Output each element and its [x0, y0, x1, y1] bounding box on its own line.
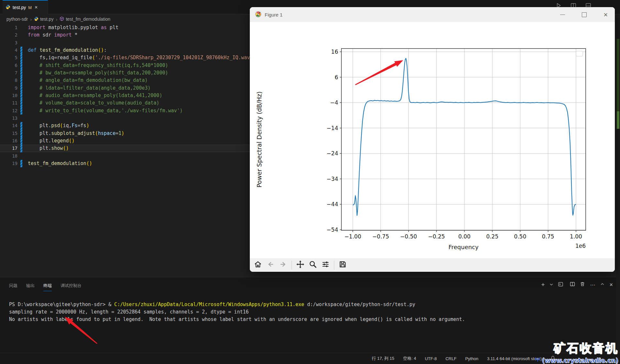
- y-tick-label: −4: [330, 99, 338, 106]
- terminal-instance[interactable]: [558, 282, 565, 288]
- trash-icon[interactable]: [580, 281, 585, 288]
- line-number: 3: [0, 39, 17, 47]
- git-modified-gutter: [20, 160, 22, 167]
- x-tick-label: −0.75: [372, 233, 389, 240]
- panel-tab-输出[interactable]: 输出: [26, 283, 35, 291]
- minimize-icon[interactable]: [560, 15, 565, 15]
- code-text: # shift_data=frequency_shift(iq,fs,540*1…: [28, 62, 168, 69]
- y-tick-label: −14: [327, 125, 338, 131]
- status-item[interactable]: 空格: 4: [403, 356, 416, 361]
- chevron-up-icon[interactable]: [600, 282, 604, 288]
- line-number: 11: [0, 99, 17, 107]
- panel-tab-调试控制台[interactable]: 调试控制台: [61, 283, 82, 291]
- empty-legend-box: [576, 51, 583, 56]
- y-tick-label: 16: [331, 49, 338, 55]
- breadcrumb[interactable]: python-sdr›test.py›test_fm_demodulation: [0, 14, 110, 24]
- y-tick-label: 6: [335, 74, 338, 81]
- psd-plot: −1.00−0.75−0.50−0.250.000.250.500.751.00…: [250, 22, 615, 258]
- chevron-down-icon[interactable]: [549, 282, 553, 288]
- y-axis-label: Power Spectral Density (dB/Hz): [256, 92, 263, 188]
- python-icon: [34, 17, 39, 22]
- code-text: plt.show(): [28, 145, 69, 152]
- line-number: 1: [0, 24, 17, 31]
- panel-tab-问题[interactable]: 问题: [9, 283, 17, 291]
- breadcrumb-item[interactable]: test_fm_demodulation: [60, 17, 110, 22]
- git-modified-gutter: [20, 130, 22, 137]
- status-bar: 行 17, 列 15空格: 4UTF-8CRLFPython3.11.4 64-…: [0, 353, 620, 364]
- line-number: 18: [0, 152, 17, 160]
- git-modified-gutter: [20, 107, 22, 115]
- line-number: 13: [0, 115, 17, 122]
- code-text: # ldata=lfilter_data(angle_data,200e3): [28, 84, 150, 92]
- save-icon[interactable]: [338, 260, 347, 270]
- split-terminal-icon[interactable]: [570, 281, 575, 288]
- git-modified-gutter: [20, 137, 22, 145]
- code-text: fs,iq=read_iq_file('./iq-files/SDRSharp_…: [28, 54, 256, 61]
- more-actions-icon[interactable]: ⋯: [590, 282, 595, 288]
- panel-tab-终端[interactable]: 终端: [43, 283, 52, 291]
- terminal-line: PS D:\workspace\gitee\python-sdr> & C:/U…: [9, 301, 465, 308]
- line-number: 16: [0, 137, 17, 145]
- gutter: [20, 24, 22, 31]
- git-modified-gutter: [20, 145, 22, 152]
- gutter: [20, 115, 22, 122]
- line-number: 14: [0, 122, 17, 129]
- git-modified-gutter: [20, 47, 22, 54]
- status-item[interactable]: Python: [465, 356, 478, 361]
- close-icon[interactable]: ×: [603, 13, 608, 17]
- x-tick-label: −0.50: [400, 233, 417, 240]
- close-panel-icon[interactable]: ×: [609, 281, 613, 288]
- home-icon[interactable]: [254, 260, 262, 270]
- code-text: # volume_data=scale_to_volume(audio_data…: [28, 99, 159, 107]
- x-tick-label: −0.25: [428, 233, 445, 240]
- maximize-icon[interactable]: [582, 12, 587, 17]
- breadcrumb-item[interactable]: test.py: [34, 17, 53, 22]
- status-item[interactable]: 3.11.4 64-bit (microsoft store): [487, 356, 542, 361]
- terminal-icon: [558, 282, 563, 288]
- status-item[interactable]: UTF-8: [425, 356, 437, 361]
- git-modified-gutter: [20, 77, 22, 84]
- x-tick-label: 0.25: [486, 233, 498, 240]
- panel-tabs[interactable]: 问题输出终端调试控制台: [9, 283, 82, 291]
- code-text: # write_to_file(volume_data,'./wav-files…: [28, 107, 183, 115]
- breadcrumb-separator: ›: [30, 17, 32, 22]
- subplots-icon[interactable]: [321, 260, 330, 270]
- breadcrumb-separator: ›: [56, 17, 57, 22]
- back-icon[interactable]: [266, 260, 275, 270]
- x-tick-label: 0.00: [458, 233, 471, 240]
- y-tick-label: −24: [327, 150, 338, 157]
- panel-actions: + ⋯ ×: [541, 281, 613, 288]
- x-axis-label: Frequency: [448, 244, 479, 250]
- terminal-output[interactable]: PS D:\workspace\gitee\python-sdr> & C:/U…: [9, 301, 465, 324]
- status-item[interactable]: 行 17, 列 15: [372, 356, 394, 361]
- line-number: 10: [0, 92, 17, 99]
- tab-close-icon[interactable]: ×: [35, 5, 38, 10]
- y-tick-label: −34: [327, 176, 338, 182]
- bell-icon[interactable]: [550, 356, 555, 361]
- new-terminal-button[interactable]: +: [541, 281, 545, 288]
- status-item[interactable]: CRLF: [446, 356, 457, 361]
- figure-window[interactable]: Figure 1 × −1.00−0.75−0.50−0.250.000.250…: [250, 7, 615, 272]
- figure-window-controls: ×: [560, 12, 608, 17]
- code-text: plt.subplots_adjust(hspace=1): [28, 130, 124, 137]
- figure-title: Figure 1: [265, 12, 282, 17]
- figure-titlebar[interactable]: Figure 1 ×: [250, 7, 615, 22]
- y-tick-label: −44: [327, 201, 338, 207]
- figure-toolbar: [250, 258, 615, 272]
- zoom-icon[interactable]: [309, 260, 317, 270]
- line-number: 2: [0, 31, 17, 39]
- x-tick-label: 0.75: [542, 233, 554, 240]
- git-modified-gutter: [20, 99, 22, 107]
- editor-scrollbar[interactable]: [616, 14, 620, 353]
- toolbar-separator: [334, 261, 334, 270]
- code-text: from sdr import *: [28, 31, 78, 39]
- code-text: # angle_data=fm_demodulation(bw_data): [28, 77, 148, 84]
- forward-icon[interactable]: [279, 260, 287, 270]
- code-text: plt.psd(iq,Fs=fs): [28, 122, 89, 129]
- git-modified-gutter: [20, 122, 22, 129]
- gutter: [20, 152, 22, 160]
- line-number: 5: [0, 54, 17, 61]
- breadcrumb-item[interactable]: python-sdr: [6, 17, 28, 22]
- tab-test-py[interactable]: test.py M ×: [3, 0, 48, 14]
- pan-icon[interactable]: [296, 260, 304, 270]
